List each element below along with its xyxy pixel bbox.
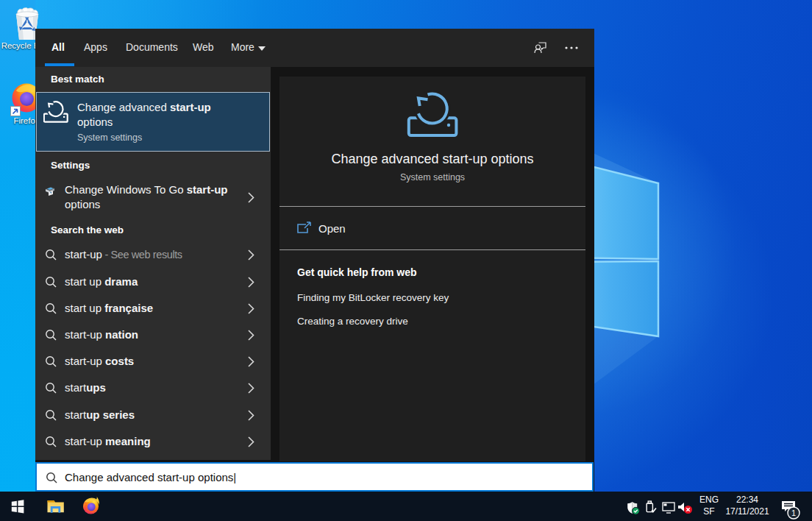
svg-text:1: 1 (791, 508, 796, 517)
